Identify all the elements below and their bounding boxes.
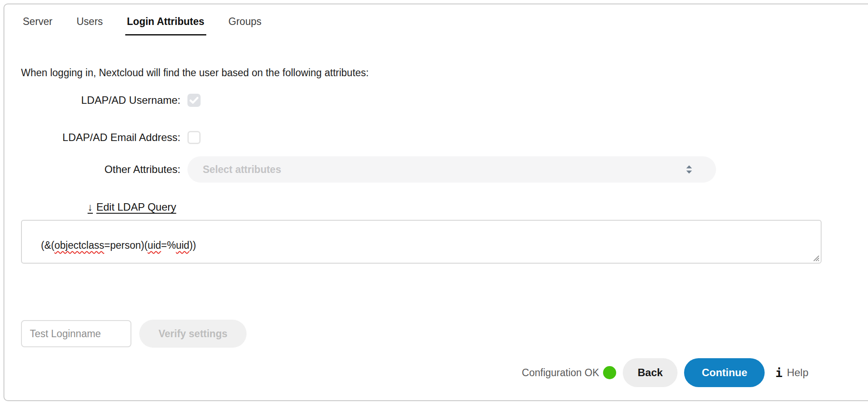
back-button[interactable]: Back <box>623 358 677 387</box>
status-ok-dot <box>603 366 616 379</box>
tab-users[interactable]: Users <box>75 16 105 35</box>
username-checkbox <box>187 94 201 107</box>
query-text-segment: objectclass <box>54 240 104 251</box>
wizard-footer: Configuration OK Back Continue i Help <box>4 358 808 387</box>
tab-server[interactable]: Server <box>21 16 54 35</box>
query-text-segment: =% <box>161 240 176 251</box>
email-checkbox[interactable] <box>187 131 201 144</box>
query-text-segment: )) <box>189 240 196 251</box>
verify-settings-button: Verify settings <box>139 320 247 348</box>
test-login-row: Verify settings <box>21 320 868 348</box>
edit-ldap-query-link[interactable]: ↓Edit LDAP Query <box>88 201 176 213</box>
other-attributes-row: Other Attributes: Select attributes <box>4 156 868 183</box>
select-placeholder: Select attributes <box>203 164 281 176</box>
email-label: LDAP/AD Email Address: <box>4 131 180 144</box>
query-text-segment: =person)( <box>104 240 148 251</box>
resize-grip-icon[interactable] <box>795 254 819 261</box>
help-label: Help <box>787 367 808 379</box>
continue-button[interactable]: Continue <box>684 358 765 387</box>
query-text-segment: (&( <box>41 240 55 251</box>
other-attributes-label: Other Attributes: <box>4 163 180 176</box>
ldap-query-editor[interactable]: (&(objectclass=person)(uid=%uid)) <box>21 220 822 264</box>
down-arrow-icon: ↓ <box>88 201 93 213</box>
other-attributes-select[interactable]: Select attributes <box>187 156 716 183</box>
query-text-segment: uid <box>148 240 161 251</box>
username-row: LDAP/AD Username: <box>4 94 868 107</box>
username-label: LDAP/AD Username: <box>4 94 180 106</box>
tab-login-attributes[interactable]: Login Attributes <box>125 16 206 35</box>
intro-text: When logging in, Nextcloud will find the… <box>21 67 866 79</box>
query-text-segment: uid <box>176 240 190 251</box>
tab-groups[interactable]: Groups <box>227 16 263 35</box>
ldap-wizard-panel: Server Users Login Attributes Groups Whe… <box>4 4 868 401</box>
configuration-status-text: Configuration OK <box>522 367 599 379</box>
email-row: LDAP/AD Email Address: <box>4 131 868 144</box>
wizard-tabs: Server Users Login Attributes Groups <box>4 4 868 35</box>
edit-ldap-query-label: Edit LDAP Query <box>96 201 176 213</box>
test-loginname-input[interactable] <box>21 320 131 347</box>
help-link[interactable]: i Help <box>775 366 808 380</box>
check-icon <box>190 97 198 104</box>
info-icon: i <box>775 366 782 380</box>
login-attributes-form: LDAP/AD Username: LDAP/AD Email Address: <box>4 94 868 183</box>
sort-arrows-icon <box>686 166 692 174</box>
